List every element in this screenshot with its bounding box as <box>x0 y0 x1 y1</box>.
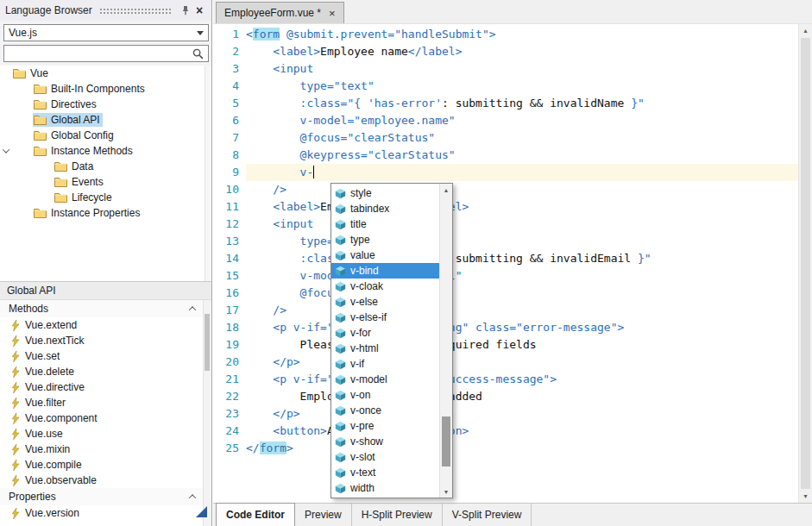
tree-scrollbar[interactable] <box>205 66 211 281</box>
chevron-up-icon[interactable] <box>189 494 196 501</box>
completion-item-v-for[interactable]: v-for <box>331 325 439 341</box>
api-item-vue-filter[interactable]: Vue.filter <box>0 395 204 410</box>
resize-triangle-icon[interactable] <box>196 506 207 520</box>
group-header-properties[interactable]: Properties <box>0 488 204 505</box>
tree-node-body[interactable]: Instance Methods <box>33 144 135 158</box>
tree-item-events[interactable]: Events <box>0 174 205 190</box>
code-line[interactable]: <form @submit.prevent="handleSubmit"> <box>246 26 798 43</box>
api-item-vue-directive[interactable]: Vue.directive <box>0 379 204 395</box>
completion-item-v-text[interactable]: v-text <box>331 465 439 480</box>
api-item-vue-mixin[interactable]: Vue.mixin <box>0 441 204 457</box>
code-line[interactable]: <p v-if="success" class="success-message… <box>246 371 798 388</box>
search-icon[interactable] <box>191 48 205 59</box>
code-line[interactable]: </p> <box>246 354 798 371</box>
framework-selector[interactable]: Vue.js <box>3 24 209 41</box>
tree-item-data[interactable]: Data <box>0 159 205 174</box>
completion-item-v-once[interactable]: v-once <box>331 403 439 418</box>
completion-item-v-if[interactable]: v-if <box>331 356 439 372</box>
tree-node-body[interactable]: Built-In Components <box>33 82 148 96</box>
code-line[interactable]: :class="{ 'has-error': submitting && inv… <box>246 95 798 112</box>
tree-node-body[interactable]: Lifecycle <box>54 191 115 204</box>
tree-item-built-in-components[interactable]: Built-In Components <box>0 81 205 97</box>
code-line[interactable]: /> <box>246 181 798 198</box>
api-item-vue-component[interactable]: Vue.component <box>0 410 204 426</box>
api-item-vue-extend[interactable]: Vue.extend <box>0 317 204 333</box>
tree-node-body[interactable]: Vue <box>12 66 51 80</box>
completion-item-v-html[interactable]: v-html <box>331 341 439 356</box>
completion-item-v-show[interactable]: v-show <box>331 434 439 449</box>
scrollbar-thumb[interactable] <box>442 416 450 467</box>
completion-item-title[interactable]: title <box>331 216 439 232</box>
tree-node-body[interactable]: Global Config <box>33 128 116 142</box>
pin-icon[interactable] <box>179 3 192 17</box>
code-lines[interactable]: <form @submit.prevent="handleSubmit"> <l… <box>239 24 798 503</box>
completion-item-v-model[interactable]: v-model <box>331 372 439 387</box>
tree-node-body[interactable]: Instance Properties <box>33 206 142 220</box>
code-line[interactable]: v- <box>246 164 798 181</box>
code-editor[interactable]: 1234567891011121314151617181920212223242… <box>213 24 798 503</box>
api-item-vue-use[interactable]: Vue.use <box>0 426 204 441</box>
scroll-up-icon[interactable]: ▲ <box>440 184 452 196</box>
completion-item-type[interactable]: type <box>331 232 439 247</box>
close-icon[interactable]: × <box>192 3 206 17</box>
tree-item-directives[interactable]: Directives <box>0 97 205 112</box>
tree-node-body[interactable]: Data <box>54 160 96 173</box>
detail-scrollbar[interactable] <box>203 300 211 526</box>
scrollbar-thumb[interactable] <box>205 314 210 371</box>
code-line[interactable]: /> <box>246 302 798 319</box>
view-tab-preview[interactable]: Preview <box>295 504 352 526</box>
search-input[interactable] <box>7 47 191 60</box>
scrollbar-thumb[interactable] <box>801 38 810 489</box>
completion-item-v-slot[interactable]: v-slot <box>331 449 439 465</box>
code-line[interactable]: type="text" <box>246 233 798 250</box>
chevron-up-icon[interactable] <box>189 306 196 313</box>
tab-employeeform-vue[interactable]: EmployeeForm.vue * × <box>216 2 344 23</box>
code-line[interactable]: type="text" <box>246 78 798 95</box>
tree-item-instance-properties[interactable]: Instance Properties <box>0 205 205 221</box>
code-line[interactable]: <input <box>246 216 798 233</box>
tree-item-global-api[interactable]: Global API <box>0 112 205 128</box>
view-tab-code-editor[interactable]: Code Editor <box>216 503 295 526</box>
code-line[interactable]: Employee successfully added <box>246 388 798 405</box>
code-line[interactable]: <input <box>246 60 798 78</box>
completion-item-v-else-if[interactable]: v-else-if <box>331 310 439 325</box>
completion-item-style[interactable]: style <box>331 185 439 201</box>
code-line[interactable]: @focus="clearStatus" <box>246 285 798 302</box>
completion-item-v-bind[interactable]: v-bind <box>331 263 439 279</box>
drag-grip[interactable] <box>99 8 172 16</box>
tree-item-global-config[interactable]: Global Config <box>0 128 205 143</box>
api-item-vue-nexttick[interactable]: Vue.nextTick <box>0 333 204 348</box>
editor-scrollbar[interactable]: ▲ ▼ <box>798 24 812 503</box>
scroll-down-icon[interactable]: ▼ <box>799 490 812 503</box>
completion-item-v-cloak[interactable]: v-cloak <box>331 279 439 294</box>
api-item-vue-observable[interactable]: Vue.observable <box>0 473 204 488</box>
completion-item-v-else[interactable]: v-else <box>331 294 439 310</box>
view-tab-v-split-preview[interactable]: V-Split Preview <box>443 504 532 526</box>
code-line[interactable]: @keypress="clearStatus" <box>246 147 798 164</box>
group-header-methods[interactable]: Methods <box>0 300 204 317</box>
completion-item-v-on[interactable]: v-on <box>331 387 439 403</box>
completion-item-width[interactable]: width <box>331 480 439 496</box>
code-line[interactable]: <p v-if="error && submitting" class="err… <box>246 319 798 336</box>
completion-item-v-pre[interactable]: v-pre <box>331 418 439 434</box>
tree-node-body[interactable]: Events <box>54 175 106 189</box>
scroll-down-icon[interactable]: ▼ <box>440 485 452 498</box>
api-item-vue-delete[interactable]: Vue.delete <box>0 364 204 379</box>
code-line[interactable]: v-model="employee.name" <box>246 112 798 129</box>
search-box[interactable] <box>3 45 209 62</box>
code-line[interactable]: </form> <box>246 440 798 457</box>
scroll-up-icon[interactable]: ▲ <box>799 24 812 37</box>
completion-item-value[interactable]: value <box>331 247 439 263</box>
code-line[interactable]: </p> <box>246 405 798 423</box>
tree-expander[interactable] <box>0 148 12 153</box>
tab-close-icon[interactable]: × <box>329 8 336 19</box>
completion-scrollbar[interactable]: ▲ ▼ <box>439 184 452 498</box>
api-item-vue-set[interactable]: Vue.set <box>0 348 204 364</box>
code-line[interactable]: Please fill out all required fields <box>246 336 798 354</box>
code-line[interactable]: <button>Add Employee</button> <box>246 423 798 440</box>
panel-titlebar[interactable]: Language Browser × <box>0 0 211 21</box>
code-line[interactable]: :class="{ 'has-error': submitting && inv… <box>246 250 798 267</box>
tree-node-body[interactable]: Global API <box>33 113 103 127</box>
api-item-vue-compile[interactable]: Vue.compile <box>0 457 204 473</box>
view-tab-h-split-preview[interactable]: H-Split Preview <box>352 504 443 526</box>
